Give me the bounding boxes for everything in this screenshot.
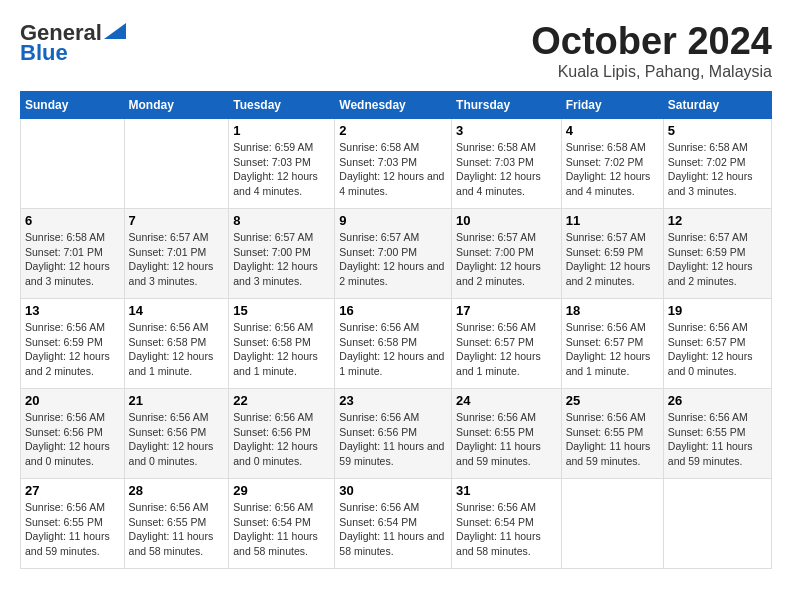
- weekday-header-sunday: Sunday: [21, 92, 125, 119]
- day-info: Sunrise: 6:56 AMSunset: 6:57 PMDaylight:…: [566, 320, 659, 379]
- calendar-cell: 20Sunrise: 6:56 AMSunset: 6:56 PMDayligh…: [21, 389, 125, 479]
- day-info: Sunrise: 6:56 AMSunset: 6:55 PMDaylight:…: [566, 410, 659, 469]
- day-number: 23: [339, 393, 447, 408]
- weekday-header-tuesday: Tuesday: [229, 92, 335, 119]
- calendar-cell: 30Sunrise: 6:56 AMSunset: 6:54 PMDayligh…: [335, 479, 452, 569]
- calendar-cell: 7Sunrise: 6:57 AMSunset: 7:01 PMDaylight…: [124, 209, 229, 299]
- day-number: 1: [233, 123, 330, 138]
- day-info: Sunrise: 6:57 AMSunset: 6:59 PMDaylight:…: [668, 230, 767, 289]
- day-number: 7: [129, 213, 225, 228]
- day-number: 2: [339, 123, 447, 138]
- day-number: 15: [233, 303, 330, 318]
- calendar-week-row: 27Sunrise: 6:56 AMSunset: 6:55 PMDayligh…: [21, 479, 772, 569]
- calendar-cell: 25Sunrise: 6:56 AMSunset: 6:55 PMDayligh…: [561, 389, 663, 479]
- day-number: 6: [25, 213, 120, 228]
- weekday-header-row: SundayMondayTuesdayWednesdayThursdayFrid…: [21, 92, 772, 119]
- calendar-title: October 2024: [531, 20, 772, 63]
- day-info: Sunrise: 6:57 AMSunset: 7:00 PMDaylight:…: [456, 230, 557, 289]
- day-number: 24: [456, 393, 557, 408]
- calendar-cell: 24Sunrise: 6:56 AMSunset: 6:55 PMDayligh…: [452, 389, 562, 479]
- day-info: Sunrise: 6:56 AMSunset: 6:59 PMDaylight:…: [25, 320, 120, 379]
- calendar-cell: 21Sunrise: 6:56 AMSunset: 6:56 PMDayligh…: [124, 389, 229, 479]
- day-info: Sunrise: 6:58 AMSunset: 7:02 PMDaylight:…: [566, 140, 659, 199]
- day-info: Sunrise: 6:56 AMSunset: 6:58 PMDaylight:…: [233, 320, 330, 379]
- calendar-week-row: 6Sunrise: 6:58 AMSunset: 7:01 PMDaylight…: [21, 209, 772, 299]
- day-info: Sunrise: 6:56 AMSunset: 6:54 PMDaylight:…: [339, 500, 447, 559]
- day-number: 14: [129, 303, 225, 318]
- day-number: 3: [456, 123, 557, 138]
- calendar-cell: 27Sunrise: 6:56 AMSunset: 6:55 PMDayligh…: [21, 479, 125, 569]
- calendar-cell: 16Sunrise: 6:56 AMSunset: 6:58 PMDayligh…: [335, 299, 452, 389]
- calendar-cell: 5Sunrise: 6:58 AMSunset: 7:02 PMDaylight…: [663, 119, 771, 209]
- day-number: 17: [456, 303, 557, 318]
- svg-marker-0: [104, 23, 126, 39]
- day-info: Sunrise: 6:58 AMSunset: 7:03 PMDaylight:…: [339, 140, 447, 199]
- weekday-header-thursday: Thursday: [452, 92, 562, 119]
- calendar-cell: 18Sunrise: 6:56 AMSunset: 6:57 PMDayligh…: [561, 299, 663, 389]
- calendar-cell: 15Sunrise: 6:56 AMSunset: 6:58 PMDayligh…: [229, 299, 335, 389]
- day-number: 19: [668, 303, 767, 318]
- calendar-cell: 19Sunrise: 6:56 AMSunset: 6:57 PMDayligh…: [663, 299, 771, 389]
- calendar-cell: 12Sunrise: 6:57 AMSunset: 6:59 PMDayligh…: [663, 209, 771, 299]
- day-info: Sunrise: 6:56 AMSunset: 6:54 PMDaylight:…: [456, 500, 557, 559]
- day-info: Sunrise: 6:56 AMSunset: 6:55 PMDaylight:…: [668, 410, 767, 469]
- calendar-subtitle: Kuala Lipis, Pahang, Malaysia: [531, 63, 772, 81]
- day-info: Sunrise: 6:56 AMSunset: 6:58 PMDaylight:…: [339, 320, 447, 379]
- day-number: 20: [25, 393, 120, 408]
- day-info: Sunrise: 6:56 AMSunset: 6:55 PMDaylight:…: [129, 500, 225, 559]
- day-number: 29: [233, 483, 330, 498]
- calendar-cell: [561, 479, 663, 569]
- calendar-cell: 13Sunrise: 6:56 AMSunset: 6:59 PMDayligh…: [21, 299, 125, 389]
- calendar-cell: 1Sunrise: 6:59 AMSunset: 7:03 PMDaylight…: [229, 119, 335, 209]
- calendar-cell: 29Sunrise: 6:56 AMSunset: 6:54 PMDayligh…: [229, 479, 335, 569]
- day-info: Sunrise: 6:57 AMSunset: 6:59 PMDaylight:…: [566, 230, 659, 289]
- calendar-cell: 22Sunrise: 6:56 AMSunset: 6:56 PMDayligh…: [229, 389, 335, 479]
- calendar-cell: 23Sunrise: 6:56 AMSunset: 6:56 PMDayligh…: [335, 389, 452, 479]
- day-info: Sunrise: 6:56 AMSunset: 6:56 PMDaylight:…: [129, 410, 225, 469]
- day-number: 18: [566, 303, 659, 318]
- calendar-cell: 26Sunrise: 6:56 AMSunset: 6:55 PMDayligh…: [663, 389, 771, 479]
- day-info: Sunrise: 6:57 AMSunset: 7:01 PMDaylight:…: [129, 230, 225, 289]
- weekday-header-saturday: Saturday: [663, 92, 771, 119]
- day-info: Sunrise: 6:56 AMSunset: 6:55 PMDaylight:…: [456, 410, 557, 469]
- weekday-header-wednesday: Wednesday: [335, 92, 452, 119]
- calendar-cell: 31Sunrise: 6:56 AMSunset: 6:54 PMDayligh…: [452, 479, 562, 569]
- logo-blue: Blue: [20, 40, 68, 66]
- day-number: 9: [339, 213, 447, 228]
- day-number: 11: [566, 213, 659, 228]
- day-number: 25: [566, 393, 659, 408]
- day-info: Sunrise: 6:58 AMSunset: 7:03 PMDaylight:…: [456, 140, 557, 199]
- day-info: Sunrise: 6:56 AMSunset: 6:57 PMDaylight:…: [668, 320, 767, 379]
- day-info: Sunrise: 6:58 AMSunset: 7:01 PMDaylight:…: [25, 230, 120, 289]
- day-number: 5: [668, 123, 767, 138]
- day-number: 31: [456, 483, 557, 498]
- calendar-week-row: 20Sunrise: 6:56 AMSunset: 6:56 PMDayligh…: [21, 389, 772, 479]
- day-info: Sunrise: 6:58 AMSunset: 7:02 PMDaylight:…: [668, 140, 767, 199]
- day-info: Sunrise: 6:56 AMSunset: 6:54 PMDaylight:…: [233, 500, 330, 559]
- day-number: 16: [339, 303, 447, 318]
- calendar-cell: [21, 119, 125, 209]
- day-number: 13: [25, 303, 120, 318]
- day-info: Sunrise: 6:56 AMSunset: 6:56 PMDaylight:…: [25, 410, 120, 469]
- day-info: Sunrise: 6:56 AMSunset: 6:57 PMDaylight:…: [456, 320, 557, 379]
- header: General Blue October 2024 Kuala Lipis, P…: [20, 20, 772, 81]
- day-info: Sunrise: 6:57 AMSunset: 7:00 PMDaylight:…: [233, 230, 330, 289]
- day-info: Sunrise: 6:56 AMSunset: 6:56 PMDaylight:…: [233, 410, 330, 469]
- calendar-cell: 9Sunrise: 6:57 AMSunset: 7:00 PMDaylight…: [335, 209, 452, 299]
- calendar-cell: 4Sunrise: 6:58 AMSunset: 7:02 PMDaylight…: [561, 119, 663, 209]
- calendar-cell: 6Sunrise: 6:58 AMSunset: 7:01 PMDaylight…: [21, 209, 125, 299]
- calendar-cell: 14Sunrise: 6:56 AMSunset: 6:58 PMDayligh…: [124, 299, 229, 389]
- calendar-cell: [663, 479, 771, 569]
- calendar-cell: 2Sunrise: 6:58 AMSunset: 7:03 PMDaylight…: [335, 119, 452, 209]
- logo-icon: [104, 23, 126, 39]
- day-number: 12: [668, 213, 767, 228]
- day-number: 8: [233, 213, 330, 228]
- weekday-header-friday: Friday: [561, 92, 663, 119]
- day-number: 22: [233, 393, 330, 408]
- day-info: Sunrise: 6:56 AMSunset: 6:56 PMDaylight:…: [339, 410, 447, 469]
- day-info: Sunrise: 6:56 AMSunset: 6:58 PMDaylight:…: [129, 320, 225, 379]
- day-info: Sunrise: 6:56 AMSunset: 6:55 PMDaylight:…: [25, 500, 120, 559]
- calendar-cell: 17Sunrise: 6:56 AMSunset: 6:57 PMDayligh…: [452, 299, 562, 389]
- day-info: Sunrise: 6:59 AMSunset: 7:03 PMDaylight:…: [233, 140, 330, 199]
- day-number: 30: [339, 483, 447, 498]
